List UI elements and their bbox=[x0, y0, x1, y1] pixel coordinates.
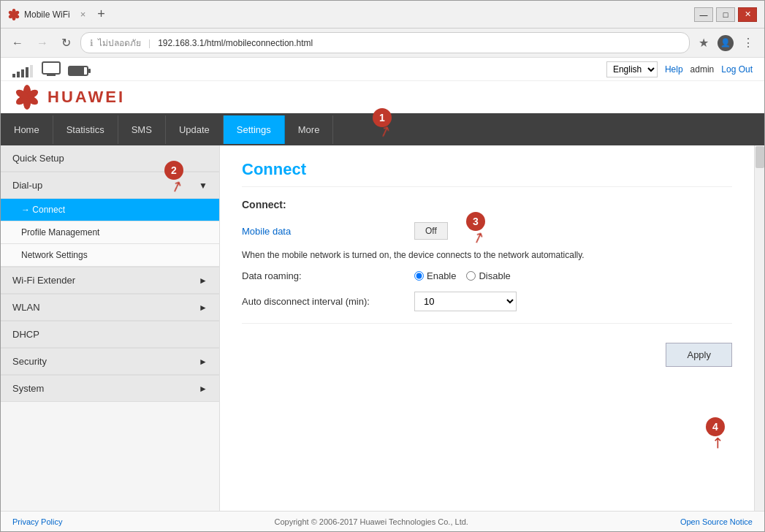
roaming-enable-label[interactable]: Enable bbox=[414, 270, 456, 281]
sidebar-group-dialup[interactable]: Dial-up ▼ bbox=[1, 172, 219, 199]
sidebar-item-profile[interactable]: Profile Management bbox=[1, 221, 219, 244]
sidebar-item-network[interactable]: Network Settings bbox=[1, 244, 219, 267]
roaming-disable-text: Disable bbox=[479, 270, 510, 281]
main-nav: Home Statistics SMS Update Settings More bbox=[1, 113, 764, 145]
system-label: System bbox=[12, 383, 44, 394]
wlan-arrow-icon: ► bbox=[199, 303, 208, 313]
security-label: Security bbox=[12, 356, 47, 367]
auto-disconnect-select-container: Manual 1 2 5 10 20 30 60 bbox=[414, 292, 517, 311]
content-divider bbox=[242, 323, 732, 324]
system-arrow-icon: ► bbox=[199, 384, 208, 394]
sidebar-group-dialup-label: Dial-up bbox=[12, 180, 42, 191]
dialup-arrow-icon: ▼ bbox=[199, 180, 208, 191]
svg-rect-6 bbox=[42, 62, 60, 74]
nav-refresh-btn[interactable]: ↻ bbox=[58, 34, 75, 51]
sidebar-item-connect[interactable]: Connect bbox=[1, 199, 219, 221]
window-close-btn[interactable]: ✕ bbox=[738, 7, 757, 22]
nav-sms[interactable]: SMS bbox=[118, 115, 166, 144]
address-input-container[interactable]: ℹ ไม่ปลอดภัย | 192.168.3.1/html/mobileco… bbox=[80, 32, 690, 53]
nav-more[interactable]: More bbox=[285, 115, 334, 144]
sidebar-group-system[interactable]: System ► bbox=[1, 375, 219, 402]
nav-home[interactable]: Home bbox=[1, 115, 53, 144]
svg-rect-10 bbox=[69, 67, 84, 75]
sidebar-group-wifi-extender[interactable]: Wi-Fi Extender ► bbox=[1, 267, 219, 294]
menu-btn[interactable]: ⋮ bbox=[739, 34, 757, 51]
huawei-logo-icon bbox=[12, 84, 42, 110]
page-title: Connect bbox=[242, 160, 732, 187]
window-maximize-btn[interactable]: □ bbox=[716, 7, 735, 22]
tab-close-btn[interactable]: × bbox=[80, 9, 86, 20]
nav-settings[interactable]: Settings bbox=[224, 115, 285, 144]
copyright-text: Copyright © 2006-2017 Huawei Technologie… bbox=[275, 517, 468, 526]
roaming-enable-radio[interactable] bbox=[414, 271, 424, 281]
tab-new-btn[interactable]: + bbox=[91, 7, 111, 22]
profile-btn[interactable]: 👤 bbox=[718, 35, 734, 51]
huawei-favicon bbox=[8, 9, 20, 20]
dhcp-label: DHCP bbox=[12, 329, 39, 340]
scrollbar[interactable] bbox=[754, 145, 764, 512]
logo-area: HUAWEI bbox=[12, 84, 125, 110]
open-source-link[interactable]: Open Source Notice bbox=[680, 517, 753, 526]
content-area: Connect Connect: Mobile data Off When th… bbox=[220, 145, 754, 512]
apply-button[interactable]: Apply bbox=[666, 343, 732, 367]
annotation-4-container: 4 ↙ bbox=[691, 417, 725, 454]
apply-row: Apply bbox=[242, 335, 732, 367]
roaming-enable-text: Enable bbox=[427, 270, 456, 281]
svg-rect-11 bbox=[88, 69, 91, 73]
footer: Privacy Policy Copyright © 2006-2017 Hua… bbox=[1, 511, 764, 531]
sidebar-quicksetup[interactable]: Quick Setup bbox=[1, 145, 219, 172]
nav-forward-btn[interactable]: → bbox=[33, 35, 52, 51]
signal-icons-area bbox=[12, 61, 91, 77]
auto-disconnect-label: Auto disconnect interval (min): bbox=[242, 296, 403, 307]
browser-titlebar: Mobile WiFi × + — □ ✕ bbox=[1, 1, 764, 28]
wifi-extender-label: Wi-Fi Extender bbox=[12, 275, 75, 286]
help-link[interactable]: Help bbox=[665, 64, 683, 75]
auto-disconnect-row: Auto disconnect interval (min): Manual 1… bbox=[242, 292, 732, 311]
mobile-data-row: Mobile data Off bbox=[242, 222, 732, 240]
url-display: 192.168.3.1/html/mobileconnection.html bbox=[158, 38, 313, 48]
browser-tab-title: Mobile WiFi bbox=[24, 10, 70, 20]
roaming-disable-radio[interactable] bbox=[466, 271, 476, 281]
section-title: Connect: bbox=[242, 199, 732, 210]
admin-label: admin bbox=[690, 64, 715, 75]
scrollbar-thumb[interactable] bbox=[756, 146, 764, 168]
bookmark-btn[interactable]: ★ bbox=[696, 34, 712, 51]
mobile-data-label: Mobile data bbox=[242, 226, 403, 237]
sidebar-group-wlan[interactable]: WLAN ► bbox=[1, 294, 219, 321]
data-roaming-row: Data roaming: Enable Disable bbox=[242, 270, 732, 281]
mobile-data-toggle[interactable]: Off bbox=[414, 222, 448, 240]
window-minimize-btn[interactable]: — bbox=[694, 7, 713, 22]
pc-icon bbox=[41, 61, 61, 77]
roaming-options: Enable Disable bbox=[414, 270, 511, 281]
security-label: ไม่ปลอดภัย bbox=[98, 36, 141, 50]
sidebar-group-security[interactable]: Security ► bbox=[1, 348, 219, 375]
battery-icon bbox=[68, 64, 91, 77]
security-arrow-icon: ► bbox=[199, 357, 208, 367]
data-roaming-label: Data roaming: bbox=[242, 270, 403, 281]
sidebar-group-dhcp[interactable]: DHCP bbox=[1, 321, 219, 348]
wlan-label: WLAN bbox=[12, 302, 40, 313]
wifi-extender-arrow-icon: ► bbox=[199, 276, 208, 286]
auto-disconnect-select[interactable]: Manual 1 2 5 10 20 30 60 bbox=[414, 292, 517, 311]
roaming-disable-label[interactable]: Disable bbox=[466, 270, 510, 281]
nav-update[interactable]: Update bbox=[166, 115, 224, 144]
brand-name: HUAWEI bbox=[47, 88, 125, 107]
address-bar: ← → ↻ ℹ ไม่ปลอดภัย | 192.168.3.1/html/mo… bbox=[1, 28, 764, 58]
nav-statistics[interactable]: Statistics bbox=[53, 115, 118, 144]
secure-icon: ℹ bbox=[90, 38, 94, 48]
sidebar: Quick Setup Dial-up ▼ Connect Profile Ma… bbox=[1, 145, 220, 512]
privacy-policy-link[interactable]: Privacy Policy bbox=[12, 517, 62, 526]
nav-back-btn[interactable]: ← bbox=[8, 35, 27, 51]
auto-connect-note: When the mobile network is turned on, th… bbox=[242, 250, 732, 260]
language-select[interactable]: English bbox=[606, 61, 658, 77]
logout-link[interactable]: Log Out bbox=[721, 64, 753, 75]
